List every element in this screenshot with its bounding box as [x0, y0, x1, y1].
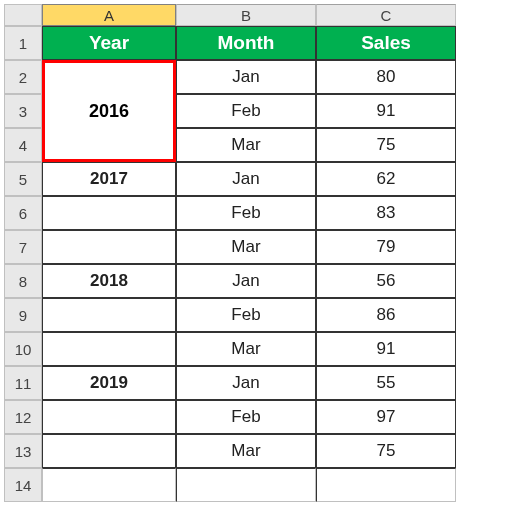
cell-a6[interactable] [42, 196, 176, 230]
cell-b6[interactable]: Feb [176, 196, 316, 230]
col-header-c[interactable]: C [316, 4, 456, 26]
cell-b10[interactable]: Mar [176, 332, 316, 366]
cell-b9[interactable]: Feb [176, 298, 316, 332]
cell-c4[interactable]: 75 [316, 128, 456, 162]
cell-b5[interactable]: Jan [176, 162, 316, 196]
cell-c9[interactable]: 86 [316, 298, 456, 332]
row-header-2[interactable]: 2 [4, 60, 42, 94]
row-header-9[interactable]: 9 [4, 298, 42, 332]
cell-c13[interactable]: 75 [316, 434, 456, 468]
select-all-corner[interactable] [4, 4, 42, 26]
row-header-1[interactable]: 1 [4, 26, 42, 60]
cell-a12[interactable] [42, 400, 176, 434]
header-sales[interactable]: Sales [316, 26, 456, 60]
header-month[interactable]: Month [176, 26, 316, 60]
row-header-8[interactable]: 8 [4, 264, 42, 298]
cell-c8[interactable]: 56 [316, 264, 456, 298]
cell-b2[interactable]: Jan [176, 60, 316, 94]
cell-a13[interactable] [42, 434, 176, 468]
cell-a7[interactable] [42, 230, 176, 264]
cell-c14[interactable] [316, 468, 456, 502]
col-header-a[interactable]: A [42, 4, 176, 26]
cell-c5[interactable]: 62 [316, 162, 456, 196]
cell-b12[interactable]: Feb [176, 400, 316, 434]
col-header-b[interactable]: B [176, 4, 316, 26]
cell-b7[interactable]: Mar [176, 230, 316, 264]
cell-c3[interactable]: 91 [316, 94, 456, 128]
row-header-13[interactable]: 13 [4, 434, 42, 468]
cell-b14[interactable] [176, 468, 316, 502]
cell-c6[interactable]: 83 [316, 196, 456, 230]
cell-c11[interactable]: 55 [316, 366, 456, 400]
cell-c7[interactable]: 79 [316, 230, 456, 264]
row-header-5[interactable]: 5 [4, 162, 42, 196]
spreadsheet-grid[interactable]: A B C 1 Year Month Sales 2 2016 Jan 80 3… [4, 4, 507, 502]
cell-c2[interactable]: 80 [316, 60, 456, 94]
cell-c10[interactable]: 91 [316, 332, 456, 366]
row-header-7[interactable]: 7 [4, 230, 42, 264]
cell-a9[interactable] [42, 298, 176, 332]
row-header-10[interactable]: 10 [4, 332, 42, 366]
row-header-14[interactable]: 14 [4, 468, 42, 502]
row-header-3[interactable]: 3 [4, 94, 42, 128]
cell-a11[interactable]: 2019 [42, 366, 176, 400]
header-year[interactable]: Year [42, 26, 176, 60]
cell-a10[interactable] [42, 332, 176, 366]
cell-b8[interactable]: Jan [176, 264, 316, 298]
cell-a8[interactable]: 2018 [42, 264, 176, 298]
row-header-12[interactable]: 12 [4, 400, 42, 434]
cell-a5[interactable]: 2017 [42, 162, 176, 196]
row-header-4[interactable]: 4 [4, 128, 42, 162]
cell-a14[interactable] [42, 468, 176, 502]
row-header-6[interactable]: 6 [4, 196, 42, 230]
row-header-11[interactable]: 11 [4, 366, 42, 400]
cell-b11[interactable]: Jan [176, 366, 316, 400]
cell-b3[interactable]: Feb [176, 94, 316, 128]
cell-c12[interactable]: 97 [316, 400, 456, 434]
cell-b4[interactable]: Mar [176, 128, 316, 162]
cell-a2-a4-merged[interactable]: 2016 [42, 60, 176, 162]
cell-b13[interactable]: Mar [176, 434, 316, 468]
